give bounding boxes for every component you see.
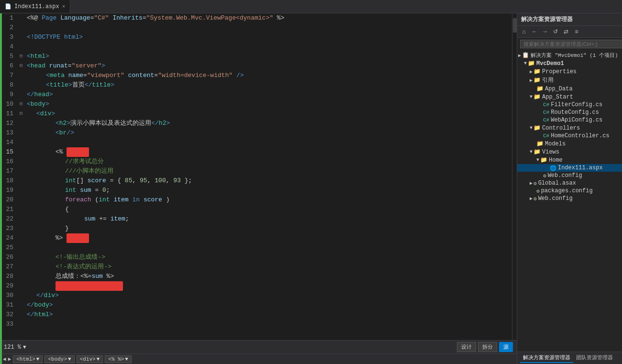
- references-arrow[interactable]: ▶: [530, 77, 533, 83]
- appstart-arrow[interactable]: ▼: [530, 94, 533, 99]
- solution-search[interactable]: [520, 40, 622, 48]
- tree-index111[interactable]: 🌐 Index111.aspx: [517, 164, 622, 172]
- tree-webapiconfig[interactable]: C# WebApiConfig.cs: [517, 116, 622, 124]
- main-container: 1 2 3 4 5 6 7 8 9 10 11 12 13 14 15 16 1…: [0, 13, 622, 364]
- views-arrow[interactable]: ▼: [530, 149, 533, 154]
- code-line-13: <br/>: [27, 128, 512, 138]
- tree-appstart[interactable]: ▼ 📁 App_Start: [517, 93, 622, 101]
- properties-icon: 📁: [533, 68, 541, 75]
- webapiconfig-icon: C#: [543, 117, 549, 123]
- split-btn[interactable]: 拆分: [478, 342, 497, 352]
- references-label: 引用: [542, 76, 554, 84]
- toolbar-back[interactable]: ←: [530, 27, 539, 36]
- code-line-26: <!-输出总成绩->: [27, 253, 512, 262]
- code-content: <%@ Page Language="C#" Inherits="System.…: [25, 13, 512, 340]
- root-webconfig-arrow[interactable]: ▶: [530, 196, 533, 201]
- red-highlight-2: [67, 233, 89, 243]
- tree-solution[interactable]: ▶ 📋 解决方案 "MvcDemo1" (1 个项目): [517, 51, 622, 59]
- line-numbers: 1 2 3 4 5 6 7 8 9 10 11 12 13 14 15 16 1…: [0, 13, 17, 340]
- nav-right[interactable]: ▶: [8, 356, 11, 362]
- source-btn[interactable]: 源: [499, 342, 513, 352]
- code-line-3: <!DOCTYPE html>: [27, 33, 512, 42]
- code-line-9: </head>: [27, 90, 512, 99]
- toolbar-home[interactable]: ⌂: [519, 27, 529, 36]
- collapse-6[interactable]: ⊟: [17, 61, 25, 71]
- code-line-18: int[] score = { 85, 95, 100, 93 };: [27, 176, 512, 186]
- breadcrumb-bar: ◀ ▶ <html> ▼ <body> ▼ <div> ▼ <% %> ▼: [0, 353, 517, 364]
- appstart-icon: 📁: [533, 93, 541, 100]
- gutter: ⊟ ⊟ ⊟ ⊟: [17, 13, 25, 340]
- controllers-arrow[interactable]: ▼: [530, 125, 533, 131]
- tree-homecontroller[interactable]: C# HomeController.cs: [517, 132, 622, 140]
- views-webconfig-label: Web.config: [548, 172, 582, 179]
- breadcrumb-html[interactable]: <html> ▼: [13, 355, 43, 363]
- references-icon: 📁: [533, 77, 541, 84]
- zoom-dropdown[interactable]: ▼: [23, 344, 26, 350]
- tab-close[interactable]: ×: [62, 4, 66, 10]
- code-line-27: <!-表达式的运用->: [27, 262, 512, 272]
- solution-label: 解决方案 "MvcDemo1" (1 个项目): [531, 52, 618, 59]
- root-webconfig-icon: ⚙: [533, 196, 537, 202]
- tree-views-webconfig[interactable]: ⚙ Web.config: [517, 172, 622, 179]
- toolbar-forward[interactable]: →: [540, 27, 550, 36]
- properties-arrow[interactable]: ▶: [530, 69, 533, 75]
- toolbar-sync[interactable]: ⇄: [561, 27, 571, 36]
- scroll-thumb[interactable]: [513, 18, 517, 33]
- tree-routeconfig[interactable]: C# RouteConfig.cs: [517, 109, 622, 116]
- code-line-23: }: [27, 224, 512, 233]
- filterconfig-icon: C#: [543, 102, 549, 108]
- globalasax-arrow[interactable]: ▶: [530, 180, 533, 186]
- solution-explorer-tab[interactable]: 解决方案资源管理器: [520, 353, 573, 363]
- breadcrumb-asp[interactable]: <% %> ▼: [105, 355, 132, 363]
- code-scroll[interactable]: 1 2 3 4 5 6 7 8 9 10 11 12 13 14 15 16 1…: [0, 13, 517, 340]
- views-webconfig-icon: ⚙: [543, 173, 546, 179]
- models-label: Models: [545, 141, 566, 147]
- home-folder-label: Home: [549, 157, 563, 164]
- file-tab[interactable]: 📄 Index111.aspx ×: [0, 0, 70, 13]
- solution-arrow[interactable]: ▶: [518, 53, 521, 58]
- breadcrumb-body[interactable]: <body> ▼: [44, 355, 74, 363]
- tree-views[interactable]: ▼ 📁 Views: [517, 148, 622, 156]
- tree-properties[interactable]: ▶ 📁 Properties: [517, 67, 622, 76]
- homecontroller-icon: C#: [543, 133, 549, 139]
- code-line-21: {: [27, 205, 512, 214]
- tree-models[interactable]: 📁 Models: [517, 140, 622, 148]
- tree-home-folder[interactable]: ▼ 📁 Home: [517, 156, 622, 164]
- collapse-10[interactable]: ⊟: [17, 99, 25, 109]
- globalasax-label: Global.asax: [538, 180, 576, 187]
- code-line-24: %>: [27, 233, 512, 243]
- tree-project[interactable]: ▼ 📁 MvcDemo1: [517, 59, 622, 67]
- zoom-level: 121 %: [4, 344, 21, 351]
- toolbar-refresh[interactable]: ↺: [551, 27, 560, 36]
- red-highlight-3: [56, 281, 123, 291]
- tree-appdata[interactable]: 📁 App_Data: [517, 85, 622, 93]
- tab-label: Index111.aspx: [14, 3, 59, 10]
- controllers-label: Controllers: [542, 125, 580, 132]
- tree-filterconfig[interactable]: C# FilterConfig.cs: [517, 101, 622, 109]
- tree-globalasax[interactable]: ▶ ⚙ Global.asax: [517, 179, 622, 187]
- design-btn[interactable]: 设计: [457, 342, 476, 352]
- nav-left[interactable]: ◀: [3, 356, 6, 362]
- team-explorer-tab[interactable]: 团队资源管理器: [573, 353, 616, 363]
- breadcrumb-div[interactable]: <div> ▼: [77, 355, 103, 363]
- vertical-scrollbar[interactable]: [512, 13, 517, 340]
- models-icon: 📁: [536, 140, 544, 147]
- routeconfig-label: RouteConfig.cs: [551, 109, 599, 116]
- toolbar-settings[interactable]: ≡: [572, 27, 581, 36]
- code-line-16: //求考试总分: [27, 157, 512, 166]
- code-line-17: ///小脚本的运用: [27, 166, 512, 176]
- properties-label: Properties: [542, 68, 577, 75]
- project-arrow[interactable]: ▼: [524, 61, 527, 66]
- tree-controllers[interactable]: ▼ 📁 Controllers: [517, 124, 622, 132]
- controllers-icon: 📁: [533, 124, 541, 132]
- collapse-11[interactable]: ⊟: [17, 109, 25, 119]
- collapse-5[interactable]: ⊟: [17, 52, 25, 61]
- tree-packages[interactable]: ⚙ packages.config: [517, 187, 622, 195]
- tree-root-webconfig[interactable]: ▶ ⚙ Web.config: [517, 195, 622, 202]
- code-line-7: <meta name="viewport" content="width=dev…: [27, 71, 512, 80]
- home-folder-arrow[interactable]: ▼: [536, 157, 539, 163]
- appstart-label: App_Start: [542, 94, 573, 100]
- tree-references[interactable]: ▶ 📁 引用: [517, 76, 622, 85]
- homecontroller-label: HomeController.cs: [551, 132, 609, 139]
- code-line-6: <head runat="server">: [27, 61, 512, 71]
